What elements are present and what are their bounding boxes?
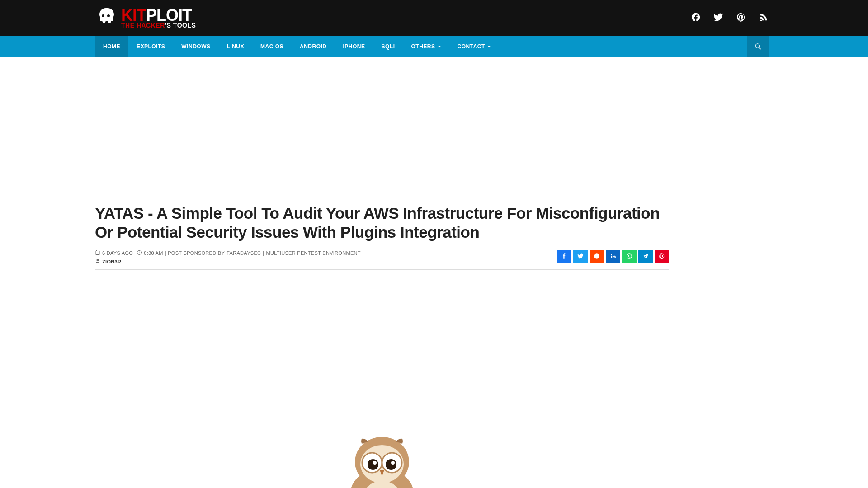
article-meta-row: 6 DAYS AGO 8:30 AM | POST SPONSORED BY F… [95,250,669,265]
clock-icon [137,250,142,256]
nav-label: WINDOWS [181,43,210,50]
nav-label: HOME [103,43,120,50]
top-header: KITPLOIT THE HACKER'S TOOLS [0,0,868,36]
meta-divider [95,269,669,270]
sponsor-prefix: | POST SPONSORED BY [165,250,225,256]
sponsor-sep: | [263,250,264,256]
pinterest-icon[interactable] [736,12,746,24]
logo-tag-th: THE HACKER [121,22,165,29]
nav-label: LINUX [227,43,245,50]
share-facebook-button[interactable] [557,250,571,263]
svg-point-0 [755,44,760,48]
share-whatsapp-button[interactable] [622,250,637,263]
article-hero-image [95,430,669,488]
twitter-icon[interactable] [713,12,723,24]
user-icon [95,258,100,265]
share-buttons [557,250,669,263]
nav-windows[interactable]: WINDOWS [173,36,218,57]
rss-icon[interactable] [759,12,769,24]
nav-contact[interactable]: CONTACT [449,36,499,57]
calendar-icon [95,250,100,256]
share-linkedin-button[interactable] [606,250,620,263]
nav-label: IPHONE [343,43,365,50]
chevron-down-icon [487,43,491,50]
article-time[interactable]: 8:30 AM [144,250,163,256]
article: YATAS - A Simple Tool To Audit Your AWS … [0,199,868,488]
nav-label: MAC OS [260,43,283,50]
share-twitter-button[interactable] [573,250,588,263]
share-telegram-button[interactable] [638,250,653,263]
nav-linux[interactable]: LINUX [219,36,253,57]
nav-macos[interactable]: MAC OS [252,36,292,57]
nav-others[interactable]: OTHERS [403,36,449,57]
article-meta: 6 DAYS AGO 8:30 AM | POST SPONSORED BY F… [95,250,361,265]
share-reddit-button[interactable] [590,250,604,263]
nav-exploits[interactable]: EXPLOITS [128,36,173,57]
nav-search-button[interactable] [747,36,769,57]
header-social-icons [691,12,769,24]
article-date[interactable]: 6 DAYS AGO [102,250,133,256]
site-logo[interactable]: KITPLOIT THE HACKER'S TOOLS [95,6,196,30]
logo-text: KITPLOIT THE HACKER'S TOOLS [121,8,196,28]
nav-android[interactable]: ANDROID [292,36,335,57]
article-author[interactable]: ZION3R [102,259,121,264]
sponsor-tag[interactable]: MULTIUSER PENTEST ENVIRONMENT [266,250,360,256]
article-title: YATAS - A Simple Tool To Audit Your AWS … [95,199,660,242]
nav-label: CONTACT [458,43,485,50]
ad-region [0,57,868,199]
facebook-icon[interactable] [691,12,701,24]
nav-iphone[interactable]: IPHONE [335,36,373,57]
nav-home[interactable]: HOME [95,36,128,57]
skull-icon [95,6,117,30]
nav-sqli[interactable]: SQLI [373,36,403,57]
nav-label: ANDROID [300,43,327,50]
logo-tag-rest: 'S TOOLS [165,22,196,29]
nav-label: SQLI [382,43,395,50]
svg-point-9 [386,459,396,470]
share-pinterest-button[interactable] [655,250,669,263]
nav-label: OTHERS [411,43,435,50]
chevron-down-icon [438,43,441,50]
svg-point-8 [368,459,378,470]
svg-point-10 [373,461,377,465]
svg-line-1 [759,47,761,49]
main-nav: HOME EXPLOITS WINDOWS LINUX MAC OS ANDRO… [0,36,868,57]
sponsor-name[interactable]: FARADAYSEC [226,250,261,256]
nav-label: EXPLOITS [137,43,165,50]
svg-point-11 [391,461,395,465]
svg-point-2 [594,253,599,259]
